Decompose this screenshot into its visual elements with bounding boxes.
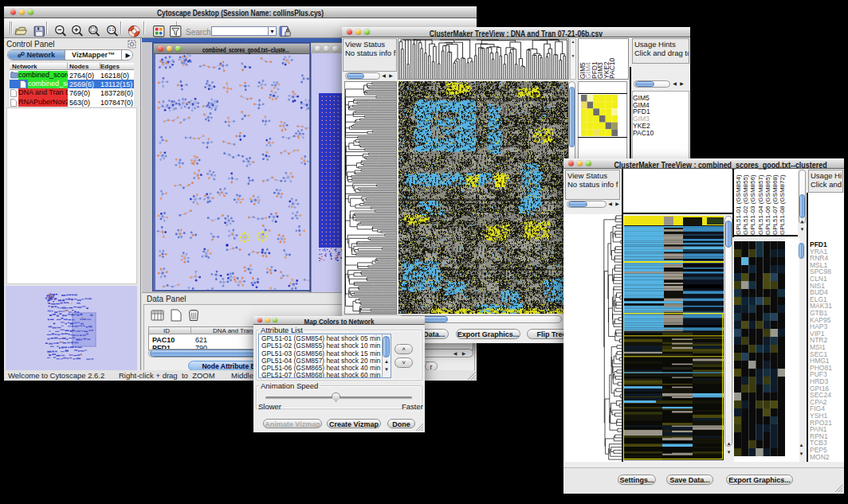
svg-text:GPL51-04 (GSM857): GPL51-04 (GSM857) (757, 174, 764, 235)
svg-text:1:1: 1:1 (108, 28, 114, 32)
svg-text:GPL51-06 (GSM865): GPL51-06 (GSM865) (764, 174, 771, 235)
svg-text:GPL51-08 (GSM872): GPL51-08 (GSM872) (779, 174, 786, 235)
svg-text:GPL51-02 (GSM855): GPL51-02 (GSM855) (742, 174, 749, 235)
svg-text:GPL51-01 (GSM854): GPL51-01 (GSM854) (735, 174, 742, 235)
svg-text:PAC10: PAC10 (608, 57, 616, 79)
svg-text:GPL51-03 (GSM856): GPL51-03 (GSM856) (749, 174, 756, 235)
svg-text:GPL51-07 (GSM868): GPL51-07 (GSM868) (771, 174, 779, 235)
